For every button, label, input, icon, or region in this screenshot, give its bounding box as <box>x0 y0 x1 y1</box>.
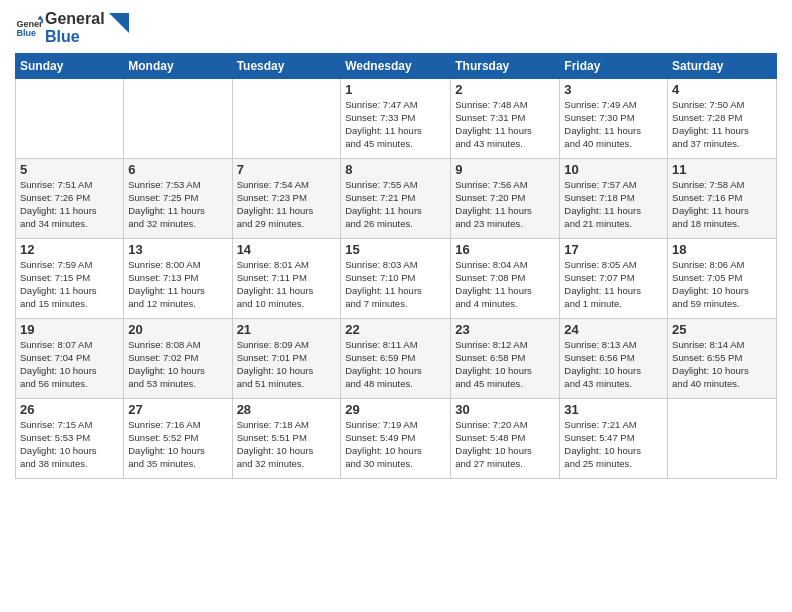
day-info: Sunrise: 7:47 AM Sunset: 7:33 PM Dayligh… <box>345 99 446 150</box>
calendar-cell: 11Sunrise: 7:58 AM Sunset: 7:16 PM Dayli… <box>668 159 777 239</box>
day-number: 18 <box>672 242 772 257</box>
weekday-header-thursday: Thursday <box>451 54 560 79</box>
day-number: 28 <box>237 402 337 417</box>
day-info: Sunrise: 7:21 AM Sunset: 5:47 PM Dayligh… <box>564 419 663 470</box>
weekday-header-row: SundayMondayTuesdayWednesdayThursdayFrid… <box>16 54 777 79</box>
calendar-cell <box>16 79 124 159</box>
calendar-cell: 26Sunrise: 7:15 AM Sunset: 5:53 PM Dayli… <box>16 399 124 479</box>
day-number: 30 <box>455 402 555 417</box>
calendar-cell: 28Sunrise: 7:18 AM Sunset: 5:51 PM Dayli… <box>232 399 341 479</box>
calendar-cell: 14Sunrise: 8:01 AM Sunset: 7:11 PM Dayli… <box>232 239 341 319</box>
logo-general: General <box>45 10 105 28</box>
day-info: Sunrise: 7:50 AM Sunset: 7:28 PM Dayligh… <box>672 99 772 150</box>
day-number: 20 <box>128 322 227 337</box>
calendar-week-4: 19Sunrise: 8:07 AM Sunset: 7:04 PM Dayli… <box>16 319 777 399</box>
calendar-cell: 19Sunrise: 8:07 AM Sunset: 7:04 PM Dayli… <box>16 319 124 399</box>
logo-arrow-icon <box>109 13 129 33</box>
calendar-cell: 21Sunrise: 8:09 AM Sunset: 7:01 PM Dayli… <box>232 319 341 399</box>
day-info: Sunrise: 8:01 AM Sunset: 7:11 PM Dayligh… <box>237 259 337 310</box>
day-info: Sunrise: 8:09 AM Sunset: 7:01 PM Dayligh… <box>237 339 337 390</box>
day-info: Sunrise: 8:04 AM Sunset: 7:08 PM Dayligh… <box>455 259 555 310</box>
calendar-cell: 8Sunrise: 7:55 AM Sunset: 7:21 PM Daylig… <box>341 159 451 239</box>
logo: General Blue General Blue <box>15 10 129 45</box>
day-number: 11 <box>672 162 772 177</box>
day-info: Sunrise: 7:59 AM Sunset: 7:15 PM Dayligh… <box>20 259 119 310</box>
calendar-week-5: 26Sunrise: 7:15 AM Sunset: 5:53 PM Dayli… <box>16 399 777 479</box>
day-number: 2 <box>455 82 555 97</box>
day-number: 25 <box>672 322 772 337</box>
day-number: 26 <box>20 402 119 417</box>
calendar-cell <box>668 399 777 479</box>
day-number: 7 <box>237 162 337 177</box>
svg-text:Blue: Blue <box>16 28 36 38</box>
day-info: Sunrise: 8:13 AM Sunset: 6:56 PM Dayligh… <box>564 339 663 390</box>
calendar-cell: 18Sunrise: 8:06 AM Sunset: 7:05 PM Dayli… <box>668 239 777 319</box>
day-number: 24 <box>564 322 663 337</box>
day-number: 1 <box>345 82 446 97</box>
calendar-week-2: 5Sunrise: 7:51 AM Sunset: 7:26 PM Daylig… <box>16 159 777 239</box>
calendar-cell: 16Sunrise: 8:04 AM Sunset: 7:08 PM Dayli… <box>451 239 560 319</box>
day-number: 23 <box>455 322 555 337</box>
calendar-cell: 25Sunrise: 8:14 AM Sunset: 6:55 PM Dayli… <box>668 319 777 399</box>
calendar-cell: 9Sunrise: 7:56 AM Sunset: 7:20 PM Daylig… <box>451 159 560 239</box>
day-number: 15 <box>345 242 446 257</box>
calendar-cell <box>232 79 341 159</box>
calendar-cell: 6Sunrise: 7:53 AM Sunset: 7:25 PM Daylig… <box>124 159 232 239</box>
day-number: 10 <box>564 162 663 177</box>
header: General Blue General Blue <box>15 10 777 45</box>
day-number: 9 <box>455 162 555 177</box>
calendar-cell: 22Sunrise: 8:11 AM Sunset: 6:59 PM Dayli… <box>341 319 451 399</box>
calendar-table: SundayMondayTuesdayWednesdayThursdayFrid… <box>15 53 777 479</box>
day-info: Sunrise: 7:54 AM Sunset: 7:23 PM Dayligh… <box>237 179 337 230</box>
calendar-cell: 3Sunrise: 7:49 AM Sunset: 7:30 PM Daylig… <box>560 79 668 159</box>
day-info: Sunrise: 7:15 AM Sunset: 5:53 PM Dayligh… <box>20 419 119 470</box>
day-info: Sunrise: 7:57 AM Sunset: 7:18 PM Dayligh… <box>564 179 663 230</box>
calendar-cell: 5Sunrise: 7:51 AM Sunset: 7:26 PM Daylig… <box>16 159 124 239</box>
day-number: 27 <box>128 402 227 417</box>
main-container: General Blue General Blue SundayMondayTu… <box>0 0 792 489</box>
calendar-cell: 10Sunrise: 7:57 AM Sunset: 7:18 PM Dayli… <box>560 159 668 239</box>
svg-text:General: General <box>16 18 43 28</box>
day-number: 21 <box>237 322 337 337</box>
day-number: 31 <box>564 402 663 417</box>
day-number: 16 <box>455 242 555 257</box>
day-info: Sunrise: 7:18 AM Sunset: 5:51 PM Dayligh… <box>237 419 337 470</box>
svg-marker-4 <box>109 13 129 33</box>
day-info: Sunrise: 7:58 AM Sunset: 7:16 PM Dayligh… <box>672 179 772 230</box>
calendar-cell: 30Sunrise: 7:20 AM Sunset: 5:48 PM Dayli… <box>451 399 560 479</box>
calendar-cell: 31Sunrise: 7:21 AM Sunset: 5:47 PM Dayli… <box>560 399 668 479</box>
day-number: 14 <box>237 242 337 257</box>
day-info: Sunrise: 7:49 AM Sunset: 7:30 PM Dayligh… <box>564 99 663 150</box>
day-info: Sunrise: 8:00 AM Sunset: 7:13 PM Dayligh… <box>128 259 227 310</box>
weekday-header-saturday: Saturday <box>668 54 777 79</box>
calendar-cell: 29Sunrise: 7:19 AM Sunset: 5:49 PM Dayli… <box>341 399 451 479</box>
day-number: 13 <box>128 242 227 257</box>
svg-marker-2 <box>37 15 43 19</box>
day-number: 22 <box>345 322 446 337</box>
calendar-cell: 12Sunrise: 7:59 AM Sunset: 7:15 PM Dayli… <box>16 239 124 319</box>
calendar-cell: 24Sunrise: 8:13 AM Sunset: 6:56 PM Dayli… <box>560 319 668 399</box>
day-info: Sunrise: 8:07 AM Sunset: 7:04 PM Dayligh… <box>20 339 119 390</box>
weekday-header-monday: Monday <box>124 54 232 79</box>
day-number: 29 <box>345 402 446 417</box>
day-info: Sunrise: 7:48 AM Sunset: 7:31 PM Dayligh… <box>455 99 555 150</box>
day-info: Sunrise: 7:20 AM Sunset: 5:48 PM Dayligh… <box>455 419 555 470</box>
calendar-cell: 15Sunrise: 8:03 AM Sunset: 7:10 PM Dayli… <box>341 239 451 319</box>
weekday-header-wednesday: Wednesday <box>341 54 451 79</box>
logo-blue: Blue <box>45 28 105 46</box>
day-info: Sunrise: 8:08 AM Sunset: 7:02 PM Dayligh… <box>128 339 227 390</box>
calendar-cell: 1Sunrise: 7:47 AM Sunset: 7:33 PM Daylig… <box>341 79 451 159</box>
day-info: Sunrise: 8:14 AM Sunset: 6:55 PM Dayligh… <box>672 339 772 390</box>
calendar-cell: 20Sunrise: 8:08 AM Sunset: 7:02 PM Dayli… <box>124 319 232 399</box>
day-number: 17 <box>564 242 663 257</box>
day-number: 12 <box>20 242 119 257</box>
day-info: Sunrise: 8:05 AM Sunset: 7:07 PM Dayligh… <box>564 259 663 310</box>
day-info: Sunrise: 7:56 AM Sunset: 7:20 PM Dayligh… <box>455 179 555 230</box>
calendar-cell: 13Sunrise: 8:00 AM Sunset: 7:13 PM Dayli… <box>124 239 232 319</box>
day-info: Sunrise: 7:16 AM Sunset: 5:52 PM Dayligh… <box>128 419 227 470</box>
weekday-header-sunday: Sunday <box>16 54 124 79</box>
day-info: Sunrise: 8:11 AM Sunset: 6:59 PM Dayligh… <box>345 339 446 390</box>
day-info: Sunrise: 7:53 AM Sunset: 7:25 PM Dayligh… <box>128 179 227 230</box>
weekday-header-tuesday: Tuesday <box>232 54 341 79</box>
day-number: 3 <box>564 82 663 97</box>
